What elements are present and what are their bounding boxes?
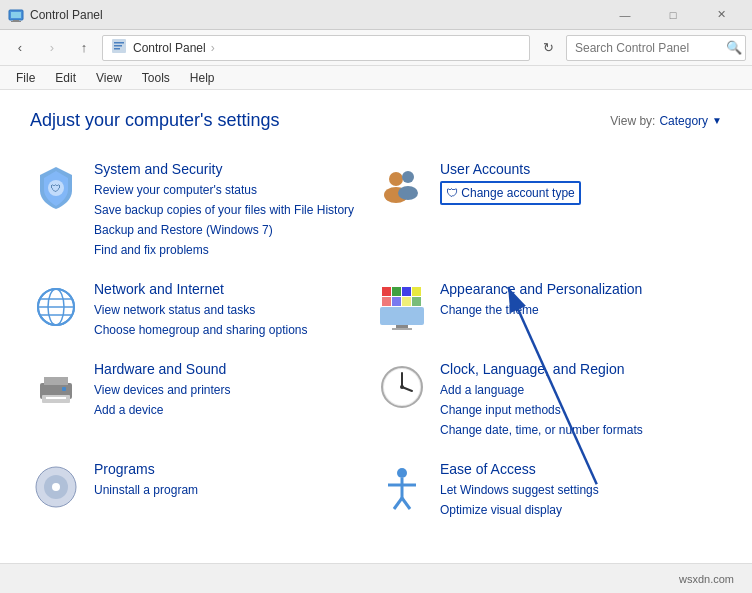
category-user-accounts: User Accounts 🛡 Change account type	[376, 151, 722, 271]
window-controls: — □ ✕	[602, 0, 744, 30]
user-accounts-content: User Accounts 🛡 Change account type	[440, 161, 722, 207]
category-system-security: 🛡 System and Security Review your comput…	[30, 151, 376, 271]
ease-of-access-icon	[376, 461, 428, 513]
appearance-title[interactable]: Appearance and Personalization	[440, 281, 722, 297]
ease-of-access-title[interactable]: Ease of Access	[440, 461, 722, 477]
view-by-arrow-icon[interactable]: ▼	[712, 115, 722, 126]
network-internet-icon	[30, 281, 82, 333]
svg-rect-29	[396, 325, 408, 328]
maximize-button[interactable]: □	[650, 0, 696, 30]
link-input-methods[interactable]: Change input methods	[440, 401, 722, 419]
search-button[interactable]: 🔍	[726, 40, 742, 55]
breadcrumb: Control Panel ›	[133, 41, 217, 55]
svg-point-12	[402, 171, 414, 183]
svg-rect-35	[62, 387, 66, 391]
link-add-device[interactable]: Add a device	[94, 401, 376, 419]
system-security-content: System and Security Review your computer…	[94, 161, 376, 261]
content-header: Adjust your computer's settings View by:…	[30, 110, 722, 131]
shield-small-icon: 🛡	[446, 186, 458, 200]
menu-bar: File Edit View Tools Help	[0, 66, 752, 90]
back-button[interactable]: ‹	[6, 35, 34, 61]
clock-language-content: Clock, Language, and Region Add a langua…	[440, 361, 722, 441]
link-backup-restore[interactable]: Backup and Restore (Windows 7)	[94, 221, 376, 239]
link-change-theme[interactable]: Change the theme	[440, 301, 722, 319]
breadcrumb-icon	[111, 38, 127, 57]
categories-grid: 🛡 System and Security Review your comput…	[30, 151, 722, 531]
category-clock-language: Clock, Language, and Region Add a langua…	[376, 351, 722, 451]
status-bar: wsxdn.com	[0, 563, 752, 593]
appearance-icon	[376, 281, 428, 333]
programs-title[interactable]: Programs	[94, 461, 376, 477]
category-programs: Programs Uninstall a program	[30, 451, 376, 531]
svg-rect-2	[13, 20, 19, 21]
refresh-button[interactable]: ↻	[534, 35, 562, 61]
ease-of-access-content: Ease of Access Let Windows suggest setti…	[440, 461, 722, 521]
svg-rect-1	[11, 12, 21, 18]
link-date-time[interactable]: Change date, time, or number formats	[440, 421, 722, 439]
forward-button[interactable]: ›	[38, 35, 66, 61]
view-by-value[interactable]: Category	[659, 114, 708, 128]
menu-tools[interactable]: Tools	[134, 69, 178, 87]
network-internet-content: Network and Internet View network status…	[94, 281, 376, 341]
link-optimize-display[interactable]: Optimize visual display	[440, 501, 722, 519]
link-add-language[interactable]: Add a language	[440, 381, 722, 399]
menu-file[interactable]: File	[8, 69, 43, 87]
category-ease-of-access: Ease of Access Let Windows suggest setti…	[376, 451, 722, 531]
category-hardware-sound: Hardware and Sound View devices and prin…	[30, 351, 376, 451]
close-button[interactable]: ✕	[698, 0, 744, 30]
user-accounts-icon	[376, 161, 428, 213]
system-security-icon: 🛡	[30, 161, 82, 213]
svg-rect-30	[392, 328, 412, 330]
svg-point-45	[397, 468, 407, 478]
svg-point-10	[389, 172, 403, 186]
link-network-status[interactable]: View network status and tasks	[94, 301, 376, 319]
address-input[interactable]: Control Panel ›	[102, 35, 530, 61]
hardware-sound-icon	[30, 361, 82, 413]
search-input[interactable]	[566, 35, 746, 61]
network-internet-title[interactable]: Network and Internet	[94, 281, 376, 297]
system-security-title[interactable]: System and Security	[94, 161, 376, 177]
user-accounts-title[interactable]: User Accounts	[440, 161, 722, 177]
link-devices-printers[interactable]: View devices and printers	[94, 381, 376, 399]
svg-rect-25	[392, 297, 401, 306]
svg-rect-20	[382, 287, 391, 296]
svg-rect-28	[380, 307, 424, 325]
link-backup-files[interactable]: Save backup copies of your files with Fi…	[94, 201, 376, 219]
minimize-button[interactable]: —	[602, 0, 648, 30]
main-wrapper: Adjust your computer's settings View by:…	[0, 90, 752, 563]
window-title: Control Panel	[30, 8, 602, 22]
svg-rect-32	[44, 377, 68, 385]
title-bar: Control Panel — □ ✕	[0, 0, 752, 30]
clock-language-title[interactable]: Clock, Language, and Region	[440, 361, 722, 377]
address-bar: ‹ › ↑ Control Panel › ↻ 🔍	[0, 30, 752, 66]
main-content: Adjust your computer's settings View by:…	[0, 90, 752, 563]
menu-edit[interactable]: Edit	[47, 69, 84, 87]
view-by-label: View by:	[610, 114, 655, 128]
link-uninstall[interactable]: Uninstall a program	[94, 481, 376, 499]
link-review-status[interactable]: Review your computer's status	[94, 181, 376, 199]
menu-help[interactable]: Help	[182, 69, 223, 87]
change-account-type-box: 🛡 Change account type	[440, 181, 581, 205]
view-by: View by: Category ▼	[610, 114, 722, 128]
up-button[interactable]: ↑	[70, 35, 98, 61]
appearance-content: Appearance and Personalization Change th…	[440, 281, 722, 321]
link-change-account-type[interactable]: 🛡 Change account type	[440, 181, 722, 205]
link-homegroup[interactable]: Choose homegroup and sharing options	[94, 321, 376, 339]
breadcrumb-item[interactable]: Control Panel	[133, 41, 206, 55]
link-fix-problems[interactable]: Find and fix problems	[94, 241, 376, 259]
svg-rect-21	[392, 287, 401, 296]
svg-rect-23	[412, 287, 421, 296]
hardware-sound-title[interactable]: Hardware and Sound	[94, 361, 376, 377]
link-windows-suggest[interactable]: Let Windows suggest settings	[440, 481, 722, 499]
category-appearance: Appearance and Personalization Change th…	[376, 271, 722, 351]
svg-line-48	[394, 498, 402, 509]
programs-icon	[30, 461, 82, 513]
page-title: Adjust your computer's settings	[30, 110, 280, 131]
svg-rect-34	[46, 397, 66, 399]
menu-view[interactable]: View	[88, 69, 130, 87]
svg-rect-22	[402, 287, 411, 296]
svg-rect-26	[402, 297, 411, 306]
search-wrap: 🔍	[566, 35, 746, 61]
svg-text:🛡: 🛡	[51, 183, 61, 194]
svg-rect-6	[114, 45, 122, 47]
